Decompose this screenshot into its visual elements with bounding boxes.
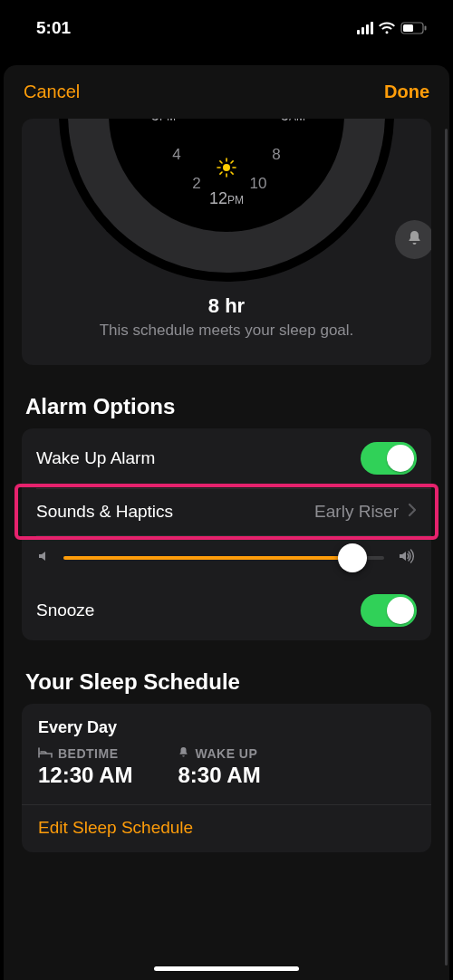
bedtime-label: BEDTIME <box>58 746 119 761</box>
clock-label-10: 10 <box>250 175 267 193</box>
sounds-haptics-row[interactable]: Sounds & Haptics Early Riser <box>22 488 431 535</box>
wakeup-value: 8:30 AM <box>178 763 260 788</box>
sleep-dial[interactable]: 6PM 6AM 4 8 2 10 12PM <box>22 119 431 282</box>
clock-label-6am: 6AM <box>280 119 305 125</box>
cellular-signal-icon <box>357 22 373 34</box>
sheet-header: Cancel Done <box>4 65 449 119</box>
wake-up-alarm-label: Wake Up Alarm <box>36 448 155 468</box>
bed-icon <box>38 746 53 761</box>
sounds-haptics-label: Sounds & Haptics <box>36 502 173 522</box>
volume-row <box>22 535 431 581</box>
svg-point-16 <box>223 164 230 171</box>
wake-up-alarm-row: Wake Up Alarm <box>22 428 431 488</box>
wake-up-alarm-switch[interactable] <box>361 442 417 475</box>
sleep-schedule-title: Your Sleep Schedule <box>25 669 428 695</box>
svg-line-21 <box>220 161 222 163</box>
bell-icon <box>406 229 423 250</box>
home-indicator[interactable] <box>154 966 299 971</box>
volume-high-icon <box>397 549 417 567</box>
sounds-haptics-value: Early Riser <box>314 502 399 522</box>
alarm-options-card: Wake Up Alarm Sounds & Haptics Early Ris… <box>22 428 431 640</box>
scroll-indicator[interactable] <box>445 129 448 966</box>
sheet: Cancel Done <box>4 65 449 980</box>
sun-icon <box>217 158 236 181</box>
sheet-body: 6PM 6AM 4 8 2 10 12PM 8 hr <box>4 119 449 979</box>
sleep-goal-text: This schedule meets your sleep goal. <box>22 322 431 340</box>
snooze-label: Snooze <box>36 600 94 620</box>
edit-sleep-schedule-button[interactable]: Edit Sleep Schedule <box>38 818 415 838</box>
clock-label-2: 2 <box>192 175 200 193</box>
clock-label-8: 8 <box>272 146 280 164</box>
snooze-switch[interactable] <box>361 594 417 627</box>
svg-rect-1 <box>403 24 413 32</box>
snooze-row: Snooze <box>22 581 431 640</box>
wakeup-label: WAKE UP <box>195 746 257 761</box>
status-bar: 5:01 <box>0 0 453 49</box>
svg-line-22 <box>231 172 233 174</box>
sleep-duration: 8 hr <box>22 294 431 318</box>
bedtime-value: 12:30 AM <box>38 763 132 788</box>
cancel-button[interactable]: Cancel <box>24 82 80 102</box>
volume-low-icon <box>36 549 51 567</box>
bell-small-icon <box>178 746 189 761</box>
done-button[interactable]: Done <box>384 82 429 102</box>
bedtime-column: BEDTIME 12:30 AM <box>38 746 132 788</box>
schedule-frequency: Every Day <box>38 718 415 737</box>
chevron-right-icon <box>408 502 417 522</box>
wakeup-column: WAKE UP 8:30 AM <box>178 746 260 788</box>
volume-slider[interactable] <box>63 556 384 560</box>
wake-handle[interactable] <box>395 220 431 259</box>
clock-label-12pm: 12PM <box>209 189 244 208</box>
clock-label-6pm: 6PM <box>150 119 176 125</box>
svg-rect-2 <box>425 26 427 31</box>
alarm-options-title: Alarm Options <box>25 394 428 419</box>
sleep-schedule-card: Every Day BEDTIME 12:30 AM <box>22 704 431 852</box>
svg-line-23 <box>220 172 222 174</box>
svg-line-24 <box>231 161 233 163</box>
sleep-dial-card: 6PM 6AM 4 8 2 10 12PM 8 hr <box>22 119 431 365</box>
status-time: 5:01 <box>36 18 71 38</box>
wifi-icon <box>378 22 396 34</box>
clock-label-4: 4 <box>172 146 180 164</box>
status-icons <box>357 22 428 34</box>
battery-icon <box>400 22 428 34</box>
